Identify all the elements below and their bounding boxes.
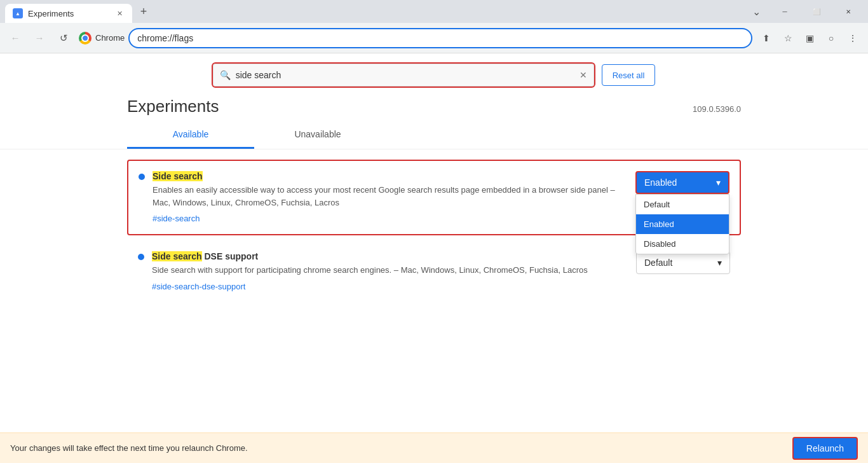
experiment-link-2[interactable]: #side-search-dse-support: [152, 282, 245, 291]
bottom-notification-bar: Your changes will take effect the next t…: [0, 432, 868, 463]
profile-button[interactable]: ○: [821, 28, 841, 48]
experiment-name-highlight: Side search: [153, 171, 203, 181]
share-button[interactable]: ⬆: [756, 28, 776, 48]
experiment-description-2: Side search with support for participati…: [152, 264, 628, 277]
search-clear-button[interactable]: ✕: [580, 70, 587, 80]
experiment-indicator-dot-2: [138, 254, 144, 260]
window-controls: ─ ⬜ ✕: [765, 0, 868, 23]
dropdown-selected-label: Enabled: [644, 177, 677, 188]
search-area: 🔍 side search ✕ Reset all: [0, 53, 868, 92]
experiment-body-2: Side search DSE support Side search with…: [152, 251, 628, 292]
close-button[interactable]: ✕: [834, 2, 863, 21]
tab-unavailable[interactable]: Unavailable: [254, 121, 381, 149]
tab-close-button[interactable]: ✕: [114, 8, 125, 18]
sidebar-button[interactable]: ▣: [799, 28, 820, 48]
experiment-name-2: Side search DSE support: [152, 251, 628, 261]
experiment-item-side-search: Side search Enables an easily accessible…: [127, 160, 741, 235]
minimize-button[interactable]: ─: [770, 2, 799, 21]
experiment-indicator-dot: [139, 174, 145, 180]
search-input-value: side search: [236, 70, 574, 80]
dropdown-option-disabled[interactable]: Disabled: [636, 234, 729, 254]
tab-strip: Experiments ✕ +: [0, 0, 747, 23]
page-content: 🔍 side search ✕ Reset all Experiments 10…: [0, 53, 868, 463]
title-bar: Experiments ✕ + ⌄ ─ ⬜ ✕: [0, 0, 868, 23]
experiment-dropdown-button-2[interactable]: Default ▾: [636, 251, 730, 274]
tabs-container: Available Unavailable: [0, 121, 868, 149]
forward-button[interactable]: →: [29, 28, 50, 48]
new-tab-button[interactable]: +: [135, 3, 153, 20]
dropdown-arrow-icon-2: ▾: [717, 258, 722, 268]
address-bar[interactable]: chrome://flags: [128, 28, 752, 48]
chrome-logo-icon: [79, 32, 92, 45]
refresh-button[interactable]: ↺: [53, 28, 74, 48]
experiment-link[interactable]: #side-search: [153, 214, 200, 223]
maximize-button[interactable]: ⬜: [802, 2, 831, 21]
flags-search-box[interactable]: 🔍 side search ✕: [213, 64, 594, 86]
menu-button[interactable]: ⋮: [843, 28, 863, 48]
page-title: Experiments: [127, 97, 219, 116]
relaunch-message: Your changes will take effect the next t…: [10, 443, 248, 453]
navigation-bar: ← → ↺ Chrome chrome://flags ⬆ ☆ ▣ ○ ⋮: [0, 23, 868, 53]
experiment-dropdown-list: Default Enabled Disabled: [635, 194, 729, 254]
reset-all-button[interactable]: Reset all: [602, 64, 656, 86]
tab-title: Experiments: [28, 9, 74, 18]
active-tab[interactable]: Experiments ✕: [5, 4, 132, 23]
dropdown-selected-label-2: Default: [644, 258, 672, 268]
tab-favicon: [13, 8, 23, 18]
browser-frame: Experiments ✕ + ⌄ ─ ⬜ ✕ ← → ↺ Chrome chr…: [0, 0, 868, 463]
experiment-dropdown-button[interactable]: Enabled ▾: [635, 171, 729, 194]
bookmark-button[interactable]: ☆: [778, 28, 798, 48]
experiment-name: Side search: [153, 171, 628, 181]
dropdown-option-enabled[interactable]: Enabled: [636, 214, 729, 234]
page-header: Experiments 109.0.5396.0: [0, 92, 868, 121]
experiment-dropdown-wrap-2: Default ▾: [636, 251, 730, 274]
experiment-description: Enables an easily accessible way to acce…: [153, 184, 628, 209]
experiments-list: Side search Enables an easily accessible…: [0, 149, 868, 318]
back-button[interactable]: ←: [5, 28, 25, 48]
tab-available[interactable]: Available: [127, 121, 254, 149]
chrome-label: Chrome: [95, 33, 125, 43]
version-text: 109.0.5396.0: [693, 104, 741, 114]
search-icon: 🔍: [220, 70, 231, 80]
experiment-name-highlight-2: Side search: [152, 251, 202, 261]
experiment-body: Side search Enables an easily accessible…: [153, 171, 628, 224]
address-text: chrome://flags: [137, 33, 743, 43]
dropdown-arrow-icon: ▾: [716, 177, 721, 188]
relaunch-button[interactable]: Relaunch: [792, 437, 858, 460]
nav-right-actions: ⬆ ☆ ▣ ○ ⋮: [756, 28, 863, 48]
experiment-dropdown-wrap: Enabled ▾ Default Enabled Disabled: [635, 171, 729, 194]
dropdown-option-default[interactable]: Default: [636, 195, 729, 214]
tabs-row: Available Unavailable: [127, 121, 741, 149]
tab-list-button[interactable]: ⌄: [747, 3, 765, 20]
